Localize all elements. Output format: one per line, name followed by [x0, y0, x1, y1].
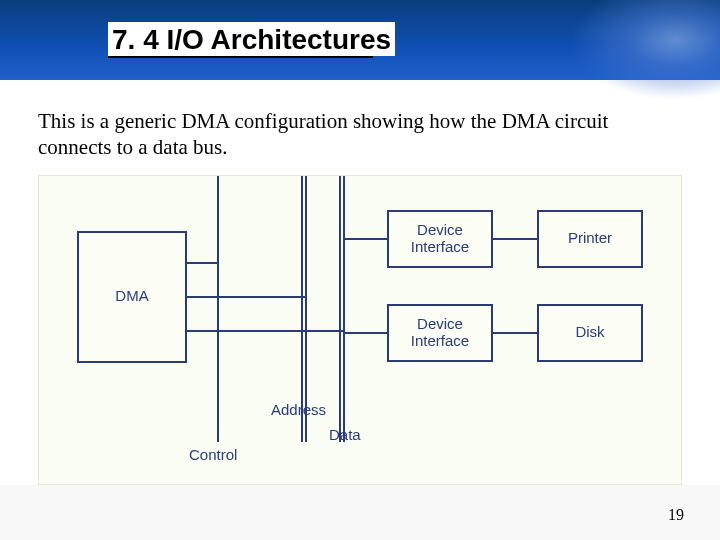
device-interface-label-1: Device Interface — [411, 222, 469, 255]
slide-content: This is a generic DMA configuration show… — [0, 80, 720, 485]
device-interface-box-2: Device Interface — [387, 304, 493, 362]
dma-box: DMA — [77, 231, 187, 363]
slide-header: 7. 4 I/O Architectures — [0, 0, 720, 80]
control-bus-label: Control — [189, 446, 237, 463]
intro-paragraph: This is a generic DMA configuration show… — [38, 108, 682, 161]
printer-box: Printer — [537, 210, 643, 268]
conn-dev-printer — [493, 238, 537, 240]
disk-label: Disk — [575, 324, 604, 341]
address-bus-label: Address — [271, 401, 326, 418]
device-interface-label-2: Device Interface — [411, 316, 469, 349]
device-interface-box-1: Device Interface — [387, 210, 493, 268]
control-bus-line — [217, 176, 219, 442]
conn-dev1-bus — [345, 238, 387, 240]
dma-label: DMA — [115, 288, 148, 305]
slide-title: 7. 4 I/O Architectures — [108, 22, 395, 56]
conn-dev-disk — [493, 332, 537, 334]
conn-dma-data — [187, 330, 343, 332]
data-bus-label: Data — [329, 426, 361, 443]
conn-dma-control — [187, 262, 219, 264]
header-decoration — [570, 0, 720, 100]
page-number: 19 — [668, 506, 684, 524]
disk-box: Disk — [537, 304, 643, 362]
title-underline — [108, 56, 373, 58]
conn-dev2-bus — [345, 332, 387, 334]
printer-label: Printer — [568, 230, 612, 247]
conn-dma-address — [187, 296, 305, 298]
dma-diagram: DMA Device Interface Device Interface Pr… — [38, 175, 682, 485]
